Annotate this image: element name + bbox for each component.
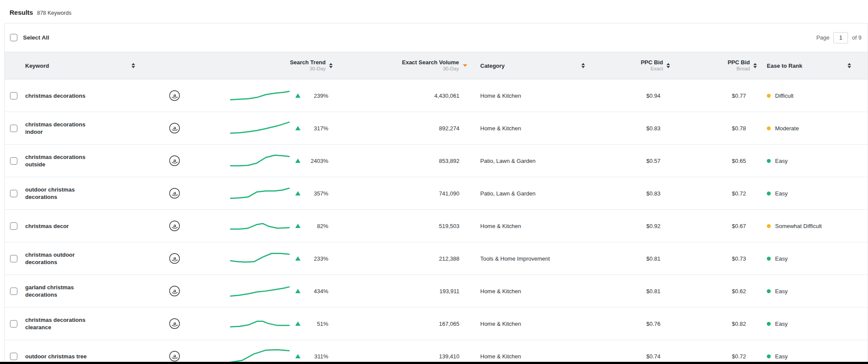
search-trend-sparkline: [231, 316, 289, 331]
row-checkbox[interactable]: [10, 222, 17, 230]
sort-icon[interactable]: [581, 63, 585, 68]
row-checkbox[interactable]: [10, 157, 17, 165]
search-trend-cell: 357%: [187, 177, 333, 209]
amazon-icon[interactable]: a: [169, 318, 180, 329]
sort-icon[interactable]: [329, 63, 333, 68]
sort-icon[interactable]: [753, 63, 757, 68]
amazon-icon[interactable]: a: [169, 122, 180, 134]
column-header-ppc-bid-exact[interactable]: PPC Bid Exact: [591, 52, 673, 79]
column-header-search-trend[interactable]: Search Trend 30-Day: [187, 52, 333, 79]
table-row: christmas decorations outside a 2403% 85…: [5, 145, 868, 177]
column-header-exact-search-volume[interactable]: Exact Search Volume 30-Day: [333, 52, 471, 79]
ppc-bid-broad-value: $0.67: [732, 223, 746, 229]
category-cell: Patio, Lawn & Garden: [471, 177, 591, 209]
amazon-icon[interactable]: a: [169, 90, 180, 101]
ppc-bid-exact-cell: $0.81: [591, 275, 673, 307]
column-header-category[interactable]: Category: [471, 52, 591, 79]
category-cell: Patio, Lawn & Garden: [471, 145, 591, 177]
row-checkbox[interactable]: [10, 255, 17, 262]
search-trend-sparkline: [231, 218, 289, 234]
row-checkbox[interactable]: [10, 190, 17, 197]
table-row: christmas decorations a 239% 4,430,061 H…: [5, 79, 868, 112]
search-trend-cell: 317%: [187, 112, 333, 144]
column-label-ppc-bid-exact: PPC Bid: [641, 59, 663, 66]
keyword-text[interactable]: christmas decorations outside: [25, 153, 100, 168]
ppc-bid-exact-cell: $0.83: [591, 112, 673, 144]
ease-to-rank-value: Easy: [775, 288, 788, 295]
trend-percent: 434%: [306, 288, 328, 295]
svg-text:a: a: [173, 353, 176, 359]
search-trend-sparkline: [231, 88, 289, 103]
row-checkbox[interactable]: [10, 92, 17, 99]
row-checkbox[interactable]: [10, 320, 17, 328]
keyword-text[interactable]: outdoor christmas decorations: [25, 186, 100, 201]
ease-to-rank-cell: Easy: [760, 308, 868, 340]
amazon-icon[interactable]: a: [169, 220, 180, 232]
category-cell: Home & Kitchen: [471, 79, 591, 112]
keyword-text[interactable]: christmas decorations clearance: [25, 316, 100, 331]
sort-icon[interactable]: [848, 63, 851, 68]
search-volume-value: 193,911: [439, 288, 459, 295]
ppc-bid-broad-value: $0.73: [732, 255, 746, 262]
column-label-ppc-bid-broad: PPC Bid: [728, 59, 750, 66]
trend-up-icon: [295, 289, 300, 293]
keyword-text[interactable]: christmas decorations indoor: [25, 121, 100, 136]
search-volume-value: 139,410: [439, 353, 459, 360]
sort-icon[interactable]: [667, 63, 670, 68]
table-row: outdoor christmas decorations a 357% 741…: [5, 177, 868, 210]
keyword-cell: outdoor christmas decorations: [25, 177, 148, 209]
ppc-bid-broad-cell: $0.78: [673, 112, 760, 144]
ease-to-rank-value: Moderate: [775, 125, 799, 132]
row-select-cell: [5, 210, 25, 242]
keyword-text[interactable]: christmas outdoor decorations: [25, 251, 100, 266]
ppc-bid-broad-cell: $0.62: [673, 275, 760, 307]
amazon-icon[interactable]: a: [169, 188, 180, 199]
ease-to-rank-value: Easy: [775, 190, 788, 197]
sort-descending-active-icon[interactable]: [463, 64, 467, 67]
amazon-icon[interactable]: a: [169, 285, 180, 297]
column-header-ease-to-rank[interactable]: Ease to Rank: [760, 52, 868, 79]
ppc-bid-broad-cell: $0.67: [673, 210, 760, 242]
page-label: Page: [816, 34, 829, 41]
ppc-bid-exact-value: $0.83: [646, 125, 660, 132]
trend-percent: 357%: [306, 190, 328, 197]
ppc-bid-broad-value: $0.82: [732, 321, 746, 327]
marketplace-cell: a: [148, 340, 187, 364]
ppc-bid-broad-cell: $0.72: [673, 177, 760, 209]
keyword-text[interactable]: outdoor christmas tree: [25, 353, 87, 360]
search-volume-cell: 212,388: [333, 242, 471, 275]
ease-status-dot: [767, 94, 771, 98]
category-value: Home & Kitchen: [480, 93, 521, 99]
row-checkbox[interactable]: [10, 353, 17, 360]
select-all-checkbox[interactable]: [10, 34, 17, 41]
ease-to-rank-cell: Easy: [760, 340, 868, 364]
row-checkbox[interactable]: [10, 288, 17, 295]
amazon-icon[interactable]: a: [169, 253, 180, 264]
search-volume-cell: 4,430,061: [333, 79, 471, 112]
trend-percent: 51%: [306, 321, 328, 327]
ease-status-dot: [767, 126, 771, 130]
sort-icon[interactable]: [132, 63, 135, 68]
category-cell: Home & Kitchen: [471, 210, 591, 242]
ppc-bid-exact-value: $0.81: [646, 255, 660, 262]
page-total-label: of 9: [852, 34, 861, 41]
keyword-text[interactable]: garland christmas decorations: [25, 284, 100, 298]
amazon-icon[interactable]: a: [169, 351, 180, 362]
keyword-text[interactable]: christmas decor: [25, 222, 69, 230]
table-row: outdoor christmas tree a 311% 139,410 Ho…: [5, 340, 868, 364]
page-number-input[interactable]: [833, 32, 848, 43]
marketplace-cell: a: [148, 112, 187, 144]
column-header-ppc-bid-broad[interactable]: PPC Bid Broad: [673, 52, 760, 79]
ppc-bid-exact-cell: $0.74: [591, 340, 673, 364]
column-sublabel-search-trend: 30-Day: [290, 66, 326, 72]
keyword-text[interactable]: christmas decorations: [25, 92, 86, 99]
ppc-bid-broad-value: $0.72: [732, 353, 746, 360]
ppc-bid-broad-cell: $0.82: [673, 308, 760, 340]
row-checkbox[interactable]: [10, 125, 17, 132]
results-count: 878 Keywords: [37, 10, 71, 16]
column-label-ease-to-rank: Ease to Rank: [767, 63, 802, 69]
column-header-keyword[interactable]: Keyword: [25, 52, 148, 79]
amazon-icon[interactable]: a: [169, 155, 180, 166]
category-value: Patio, Lawn & Garden: [480, 158, 535, 164]
search-trend-cell: 233%: [187, 242, 333, 275]
